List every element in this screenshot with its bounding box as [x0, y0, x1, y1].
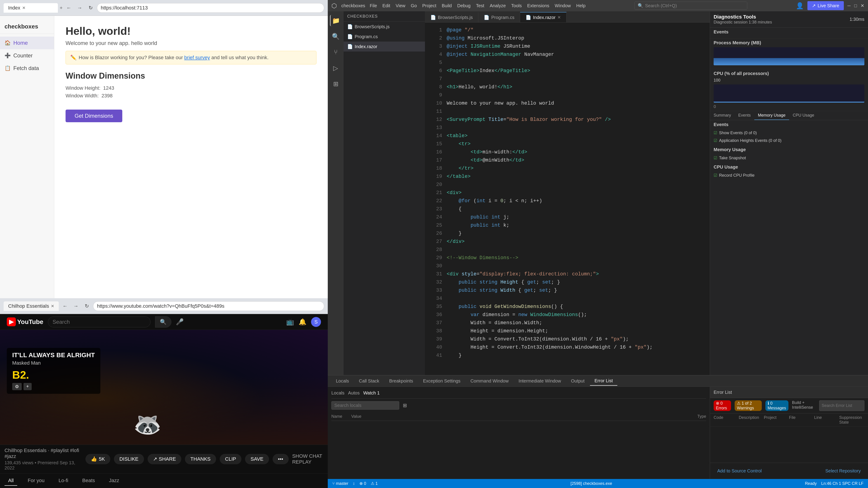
- statusbar-sync-icon[interactable]: ↕: [353, 481, 355, 486]
- info-count-badge[interactable]: ℹ 0 Messages: [765, 400, 788, 411]
- diag-record-cpu[interactable]: ☑ Record CPU Profile: [714, 171, 864, 179]
- bottom-tab-callstack[interactable]: Call Stack: [354, 377, 384, 385]
- col-line: Line: [814, 415, 839, 425]
- menu-help[interactable]: Help: [576, 3, 585, 8]
- yt-refresh-btn[interactable]: ↻: [82, 302, 91, 311]
- code-editor[interactable]: 1 @page "/" 2 @using Microsoft.JSInterop…: [425, 23, 710, 375]
- menu-tools[interactable]: Tools: [511, 3, 522, 8]
- activity-git[interactable]: ⑂: [330, 46, 341, 58]
- new-tab-btn[interactable]: +: [60, 5, 63, 11]
- yt-mic-btn[interactable]: 🎤: [176, 318, 184, 326]
- code-line-31: 31 <div style="display:flex; flex-direct…: [425, 270, 710, 278]
- yt-tab-beats[interactable]: Beats: [79, 476, 98, 486]
- window-maximize-btn[interactable]: □: [854, 3, 857, 8]
- tab-indexrazor[interactable]: 📄 Index.razor ✕: [520, 12, 566, 22]
- activity-search[interactable]: 🔍: [330, 31, 341, 42]
- yt-search-input[interactable]: [48, 317, 151, 327]
- sidebar-item-fetchdata[interactable]: 📋 Fetch data: [0, 62, 54, 74]
- yt-back-btn[interactable]: ←: [61, 302, 70, 311]
- menu-extensions[interactable]: Extensions: [527, 3, 549, 8]
- window-close-btn[interactable]: ✕: [861, 3, 864, 8]
- yt-clip-button[interactable]: CLIP: [220, 454, 242, 464]
- survey-link[interactable]: brief survey: [184, 55, 210, 60]
- browser-tab[interactable]: Index ✕: [4, 3, 58, 13]
- yt-notification-icon[interactable]: 🔔: [299, 318, 307, 326]
- locals-filter-icon[interactable]: ⊞: [403, 402, 407, 409]
- activity-extensions[interactable]: ⊞: [330, 78, 341, 90]
- sidebar-file-indexrazor[interactable]: 📄 Index.razor: [344, 41, 425, 52]
- yt-tab-all[interactable]: All: [4, 476, 17, 486]
- yt-search-button[interactable]: 🔍: [155, 316, 171, 328]
- menu-file[interactable]: File: [370, 3, 377, 8]
- yt-forward-btn[interactable]: →: [71, 302, 81, 311]
- sidebar-file-browserjsscripts[interactable]: 📄 BrowserScripts.js: [344, 22, 425, 32]
- address-bar[interactable]: https://localhost:7113: [97, 3, 324, 13]
- yt-more-button[interactable]: •••: [273, 454, 289, 464]
- bottom-tab-immediate[interactable]: Intermediate Window: [514, 377, 565, 385]
- menu-project[interactable]: Project: [422, 3, 436, 8]
- select-repository-btn[interactable]: Select Repository: [822, 466, 864, 476]
- window-minimize-btn[interactable]: ─: [847, 3, 850, 8]
- bottom-tab-locals[interactable]: Locals: [331, 377, 353, 385]
- diag-event-app-height[interactable]: ☑ Application Heights Events (0 of 0): [714, 137, 864, 144]
- yt-dislike-button[interactable]: DISLIKE: [114, 454, 144, 464]
- locals-tab-locals[interactable]: Locals: [331, 390, 344, 396]
- sidebar-item-home[interactable]: 🏠 Home: [0, 37, 54, 49]
- vscode-search-bar[interactable]: 🔍 Search (Ctrl+Q): [634, 2, 747, 10]
- bottom-tab-errorlist[interactable]: Error List: [590, 377, 617, 386]
- bottom-tab-breakpoints[interactable]: Breakpoints: [385, 377, 418, 385]
- diag-tab-memory-usage[interactable]: Memory Usage: [754, 111, 789, 120]
- forward-btn[interactable]: →: [75, 3, 84, 12]
- diag-take-snapshot[interactable]: ☑ Take Snapshot: [714, 154, 864, 162]
- tab-close-indexrazor[interactable]: ✕: [557, 15, 561, 20]
- yt-tab-for-you[interactable]: For you: [24, 476, 48, 486]
- yt-thanks-button[interactable]: THANKS: [185, 454, 216, 464]
- menu-window[interactable]: Window: [555, 3, 571, 8]
- menu-analyze[interactable]: Analyze: [490, 3, 506, 8]
- get-dimensions-button[interactable]: Get Dimensions: [66, 109, 122, 122]
- menu-build[interactable]: Build: [442, 3, 452, 8]
- menu-go[interactable]: Go: [411, 3, 417, 8]
- menu-debug[interactable]: Debug: [457, 3, 471, 8]
- error-filter-bar: ⊗ 0 Errors ⚠ 1 of 2 Warnings ℹ 0 Message…: [710, 398, 868, 414]
- activity-debug[interactable]: ▷: [330, 62, 341, 74]
- yt-tab[interactable]: Chilhop Essentials ✕: [4, 301, 59, 311]
- menu-view[interactable]: View: [396, 3, 405, 8]
- error-count-badge[interactable]: ⊗ 0 Errors: [714, 400, 731, 411]
- yt-avatar[interactable]: S: [311, 317, 321, 327]
- bottom-tab-output[interactable]: Output: [566, 377, 589, 385]
- warning-count-badge[interactable]: ⚠ 1 of 2 Warnings: [735, 400, 762, 411]
- back-btn[interactable]: ←: [64, 3, 73, 12]
- tab-program[interactable]: 📄 Program.cs: [478, 12, 520, 22]
- refresh-btn[interactable]: ↻: [86, 3, 95, 12]
- locals-tab-watch1[interactable]: Watch 1: [363, 390, 380, 396]
- tab-browserscripts[interactable]: 📄 BrowserScripts.js: [425, 12, 478, 22]
- video-song-title: IT'LL ALWAYS BE ALRIGHT: [12, 352, 95, 359]
- build-filter-label[interactable]: Build + IntelliSense: [792, 400, 815, 411]
- menu-test[interactable]: Test: [476, 3, 485, 8]
- sidebar-file-program[interactable]: 📄 Program.cs: [344, 32, 425, 41]
- bottom-tab-exceptions[interactable]: Exception Settings: [418, 377, 465, 385]
- tab-close-btn[interactable]: ✕: [22, 5, 26, 10]
- yt-tab-close[interactable]: ✕: [51, 304, 54, 308]
- diag-tab-events[interactable]: Events: [735, 111, 754, 120]
- show-chat-replay-link[interactable]: SHOW CHAT REPLAY: [292, 453, 323, 465]
- sidebar-item-counter[interactable]: ➕ Counter: [0, 49, 54, 62]
- yt-save-button[interactable]: SAVE: [245, 454, 269, 464]
- diag-tab-cpu-usage[interactable]: CPU Usage: [789, 111, 818, 120]
- diag-tab-summary[interactable]: Summary: [710, 111, 735, 120]
- locals-tab-autos[interactable]: Autos: [348, 390, 360, 396]
- bottom-tab-command[interactable]: Command Window: [466, 377, 513, 385]
- menu-edit[interactable]: Edit: [382, 3, 390, 8]
- yt-address-bar[interactable]: https://www.youtube.com/watch?v=QhBuFfq5…: [93, 301, 324, 311]
- live-share-button[interactable]: ↗ Live Share: [807, 1, 844, 10]
- diag-event-show-events[interactable]: ☑ Show Events (0 of 0): [714, 129, 864, 137]
- yt-tab-lo-fi[interactable]: Lo-fi: [55, 476, 72, 486]
- yt-like-button[interactable]: 👍 5K: [86, 454, 110, 464]
- locals-search-input[interactable]: [331, 401, 399, 410]
- add-to-source-control-btn[interactable]: Add to Source Control: [714, 466, 765, 476]
- yt-tab-jazz[interactable]: Jazz: [105, 476, 123, 486]
- activity-explorer[interactable]: 📁: [330, 15, 341, 26]
- yt-share-button[interactable]: ↗ SHARE: [148, 454, 182, 464]
- error-search-input[interactable]: [819, 400, 864, 411]
